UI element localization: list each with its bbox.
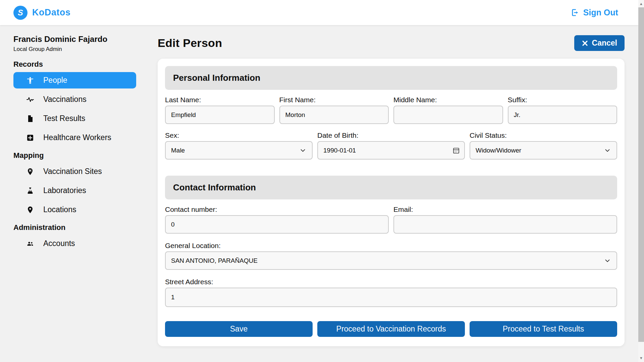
- medical-cross-icon: [26, 134, 34, 142]
- first-name-label: First Name:: [279, 96, 389, 104]
- email-field: Email:: [393, 205, 617, 234]
- pulse-icon: [26, 96, 34, 104]
- sidebar-item-label: Vaccinations: [43, 95, 87, 104]
- hospital-pin-icon: [26, 168, 34, 176]
- sidebar: Francis Dominic Fajardo Local Group Admi…: [0, 25, 148, 346]
- sidebar-item-label: Healthcare Workers: [43, 133, 111, 142]
- email-input[interactable]: [393, 215, 617, 234]
- sidebar-item-label: Accounts: [43, 239, 75, 248]
- general-location-field: General Location: SAN ANTONIO, PARAÑAQUE: [165, 242, 617, 270]
- sidebar-item-label: People: [43, 76, 67, 85]
- sidebar-item-label: Vaccination Sites: [43, 167, 102, 176]
- sidebar-item-test-results[interactable]: Test Results: [13, 110, 136, 127]
- chevron-down-icon: [604, 147, 611, 154]
- scroll-down-arrow-icon[interactable]: ▼: [638, 355, 644, 361]
- vertical-scrollbar[interactable]: ▲ ▼: [638, 0, 644, 362]
- sidebar-item-label: Laboratories: [43, 186, 86, 195]
- street-address-field: Street Address:: [165, 278, 617, 307]
- calendar-icon[interactable]: [452, 146, 460, 155]
- contact-number-label: Contact number:: [165, 205, 389, 214]
- suffix-label: Suffix:: [508, 96, 618, 104]
- scroll-up-arrow-icon[interactable]: ▲: [638, 1, 644, 7]
- sex-label: Sex:: [165, 131, 313, 139]
- middle-name-input[interactable]: [393, 106, 503, 124]
- sign-out-button[interactable]: Sign Out: [570, 8, 618, 17]
- sidebar-item-people[interactable]: People: [13, 72, 136, 88]
- user-role: Local Group Admin: [13, 46, 148, 53]
- sex-value: Male: [171, 147, 185, 154]
- last-name-label: Last Name:: [165, 96, 275, 104]
- sidebar-item-laboratories[interactable]: Laboratories: [13, 182, 136, 199]
- top-header: S KoDatos Sign Out: [0, 0, 638, 25]
- sidebar-heading-administration: Administration: [13, 223, 148, 232]
- page-title: Edit Person: [158, 37, 222, 50]
- sign-out-label: Sign Out: [583, 8, 618, 17]
- street-address-input[interactable]: [165, 288, 617, 307]
- person-icon: [26, 76, 34, 84]
- personal-information-header: Personal Information: [165, 66, 617, 90]
- save-button[interactable]: Save: [165, 321, 313, 337]
- main-content: Edit Person Cancel Personal Information …: [148, 25, 638, 346]
- document-icon: [26, 115, 34, 123]
- sidebar-heading-records: Records: [13, 60, 148, 69]
- civil-status-field: Civil Status: Widow/Widower: [470, 131, 617, 160]
- flask-icon: [26, 187, 34, 195]
- cancel-button[interactable]: Cancel: [574, 35, 625, 51]
- civil-status-label: Civil Status:: [470, 131, 617, 139]
- email-label: Email:: [393, 205, 617, 214]
- first-name-field: First Name:: [279, 96, 389, 124]
- brand-logo[interactable]: S KoDatos: [13, 6, 71, 20]
- sidebar-item-accounts[interactable]: Accounts: [13, 235, 136, 252]
- sidebar-item-label: Locations: [43, 205, 76, 214]
- last-name-field: Last Name:: [165, 96, 275, 124]
- logout-icon: [570, 8, 579, 17]
- sidebar-item-healthcare-workers[interactable]: Healthcare Workers: [13, 129, 136, 146]
- date-of-birth-field: Date of Birth:: [317, 131, 465, 160]
- sidebar-item-locations[interactable]: Locations: [13, 201, 136, 218]
- general-location-select[interactable]: SAN ANTONIO, PARAÑAQUE: [165, 251, 617, 270]
- chevron-down-icon: [604, 257, 611, 264]
- edit-person-card: Personal Information Last Name: First Na…: [158, 59, 625, 346]
- chevron-down-icon: [299, 147, 307, 154]
- middle-name-field: Middle Name:: [393, 96, 503, 124]
- general-location-label: General Location:: [165, 242, 617, 250]
- contact-information-header: Contact Information: [165, 176, 617, 199]
- sidebar-item-vaccinations[interactable]: Vaccinations: [13, 91, 136, 108]
- user-name: Francis Dominic Fajardo: [13, 35, 148, 44]
- sidebar-heading-mapping: Mapping: [13, 151, 148, 160]
- people-group-icon: [26, 240, 34, 248]
- suffix-input[interactable]: [508, 106, 618, 124]
- sidebar-item-label: Test Results: [43, 114, 85, 123]
- sex-field: Sex: Male: [165, 131, 313, 160]
- middle-name-label: Middle Name:: [393, 96, 503, 104]
- contact-number-field: Contact number:: [165, 205, 389, 234]
- sex-select[interactable]: Male: [165, 141, 313, 160]
- first-name-input[interactable]: [279, 106, 389, 124]
- pin-icon: [26, 206, 34, 214]
- civil-status-value: Widow/Widower: [476, 147, 521, 154]
- suffix-field: Suffix:: [508, 96, 618, 124]
- proceed-test-results-button[interactable]: Proceed to Test Results: [470, 321, 617, 337]
- date-of-birth-label: Date of Birth:: [317, 131, 465, 139]
- street-address-label: Street Address:: [165, 278, 617, 286]
- civil-status-select[interactable]: Widow/Widower: [470, 141, 617, 160]
- kodatos-logo-icon: S: [13, 6, 28, 20]
- close-icon: [582, 40, 588, 47]
- proceed-vaccination-records-button[interactable]: Proceed to Vaccination Records: [317, 321, 465, 337]
- brand-name: KoDatos: [32, 7, 71, 18]
- contact-number-input[interactable]: [165, 215, 389, 234]
- date-of-birth-input[interactable]: [317, 141, 465, 160]
- scrollbar-thumb[interactable]: [638, 7, 644, 342]
- general-location-value: SAN ANTONIO, PARAÑAQUE: [171, 257, 258, 264]
- cancel-label: Cancel: [592, 39, 617, 48]
- sidebar-item-vaccination-sites[interactable]: Vaccination Sites: [13, 163, 136, 180]
- last-name-input[interactable]: [165, 106, 275, 124]
